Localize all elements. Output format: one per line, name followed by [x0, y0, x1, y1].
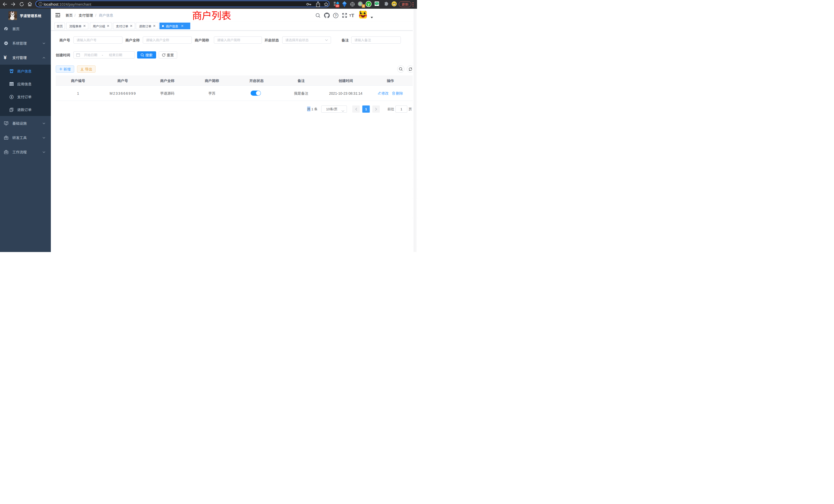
- svg-text:¥: ¥: [11, 96, 12, 98]
- svg-text:y: y: [368, 2, 370, 6]
- svg-text:?: ?: [335, 14, 337, 18]
